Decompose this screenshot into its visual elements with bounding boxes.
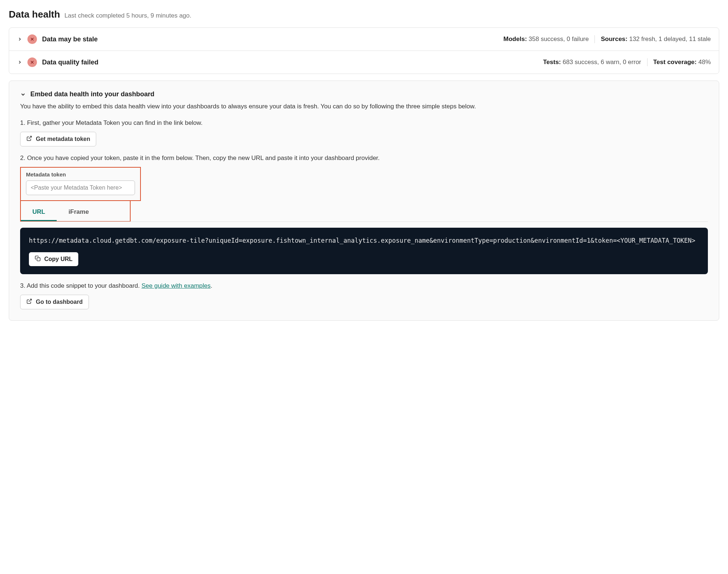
copy-url-button[interactable]: Copy URL bbox=[29, 252, 78, 266]
step-3-text: 3. Add this code snippet to your dashboa… bbox=[20, 282, 708, 290]
svg-line-6 bbox=[29, 299, 31, 302]
status-card: Data may be stale Models: 358 success, 0… bbox=[9, 27, 719, 74]
code-block: https://metadata.cloud.getdbt.com/exposu… bbox=[20, 228, 708, 274]
chevron-right-icon[interactable] bbox=[17, 37, 22, 42]
status-title: Data may be stale bbox=[42, 36, 98, 43]
step-2-text: 2. Once you have copied your token, past… bbox=[20, 154, 708, 162]
chevron-down-icon[interactable] bbox=[20, 92, 26, 97]
button-label: Get metadata token bbox=[36, 136, 90, 142]
page-title: Data health bbox=[9, 9, 60, 20]
chevron-right-icon[interactable] bbox=[17, 60, 22, 65]
error-icon bbox=[27, 34, 37, 44]
svg-rect-5 bbox=[37, 258, 40, 261]
svg-line-4 bbox=[29, 136, 31, 139]
tab-url[interactable]: URL bbox=[21, 204, 57, 221]
external-link-icon bbox=[26, 135, 32, 143]
embed-title: Embed data health into your dashboard bbox=[30, 90, 154, 98]
status-metrics: Models: 358 success, 0 failure Sources: … bbox=[503, 35, 711, 43]
status-metrics: Tests: 683 success, 6 warn, 0 error Test… bbox=[543, 58, 711, 66]
embed-section: Embed data health into your dashboard Yo… bbox=[9, 81, 719, 321]
token-field-label: Metadata token bbox=[26, 171, 135, 178]
external-link-icon bbox=[26, 298, 32, 306]
tab-iframe[interactable]: iFrame bbox=[57, 204, 101, 221]
guide-link[interactable]: See guide with examples bbox=[142, 282, 211, 289]
step-1-text: 1. First, gather your Metadata Token you… bbox=[20, 119, 708, 127]
copy-icon bbox=[35, 256, 41, 263]
go-to-dashboard-button[interactable]: Go to dashboard bbox=[20, 295, 89, 309]
button-label: Go to dashboard bbox=[36, 299, 83, 305]
status-title: Data quality failed bbox=[42, 59, 98, 66]
tabs-highlight: URL iFrame bbox=[20, 201, 131, 222]
metadata-token-input[interactable] bbox=[26, 180, 135, 195]
button-label: Copy URL bbox=[44, 256, 72, 262]
embed-url-code: https://metadata.cloud.getdbt.com/exposu… bbox=[29, 236, 699, 245]
embed-description: You have the ability to embed this data … bbox=[20, 102, 708, 111]
get-metadata-token-button[interactable]: Get metadata token bbox=[20, 132, 96, 146]
last-check-time: Last check completed 5 hours, 9 minutes … bbox=[64, 12, 191, 19]
status-row-quality[interactable]: Data quality failed Tests: 683 success, … bbox=[9, 51, 719, 74]
error-icon bbox=[27, 57, 37, 67]
token-input-highlight: Metadata token bbox=[20, 167, 141, 201]
status-row-stale[interactable]: Data may be stale Models: 358 success, 0… bbox=[9, 28, 719, 51]
